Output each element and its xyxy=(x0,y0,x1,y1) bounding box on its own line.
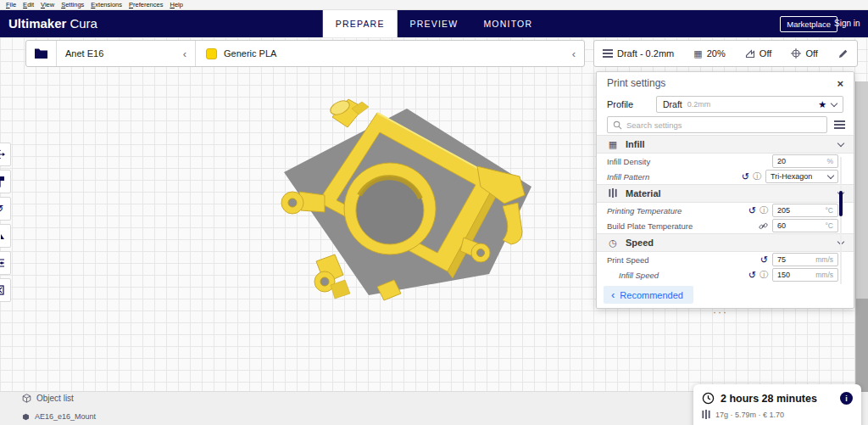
printing-temperature-field[interactable]: 205 °C xyxy=(772,204,838,217)
print-setup-selector[interactable]: Draft - 0.2mm ▦ 20% Off Off xyxy=(593,40,858,67)
sign-in-button[interactable]: Sign in xyxy=(834,19,868,28)
material-selector[interactable]: Generic PLA ‹ xyxy=(196,41,584,66)
job-material-row: 17g · 5.79m · € 1.70 xyxy=(702,410,853,419)
material-icon xyxy=(607,188,619,199)
printer-selector[interactable]: Anet E16 ‹ xyxy=(57,41,196,66)
adhesion-icon xyxy=(791,48,801,59)
revert-icon[interactable]: ↺ xyxy=(760,255,768,265)
build-plate-right-edge xyxy=(855,81,868,392)
menu-preferences[interactable]: Preferences xyxy=(125,1,166,8)
menu-extensions[interactable]: Extensions xyxy=(87,1,125,8)
info-icon[interactable]: ⓘ xyxy=(760,271,768,279)
model-3d[interactable] xyxy=(250,92,538,312)
build-plate-temperature-field[interactable]: 60 °C xyxy=(772,219,838,232)
setting-row-infill-density: Infill Density 20 % xyxy=(597,154,854,169)
setting-value: Tri-Hexagon xyxy=(771,172,825,181)
recommended-button[interactable]: ‹ Recommended xyxy=(604,286,693,304)
adhesion-summary-text: Off xyxy=(805,48,817,59)
material-color-icon xyxy=(206,48,217,59)
open-file-button[interactable] xyxy=(26,41,57,66)
support-summary: Off xyxy=(745,48,771,59)
chevron-left-icon: ‹ xyxy=(611,289,615,300)
revert-icon[interactable]: ↺ xyxy=(748,206,756,215)
settings-visibility-menu-icon[interactable] xyxy=(834,120,845,129)
panel-resize-handle[interactable]: ··· xyxy=(713,306,728,318)
scrollbar-thumb[interactable] xyxy=(839,191,843,216)
mirror-tool-button[interactable] xyxy=(0,224,11,248)
chevron-down-icon xyxy=(831,99,837,106)
close-icon[interactable]: × xyxy=(837,78,843,89)
profile-label: Profile xyxy=(607,99,649,109)
section-speed[interactable]: ◷ Speed xyxy=(597,233,854,252)
section-infill[interactable]: ▦ Infill xyxy=(597,135,854,154)
revert-icon[interactable]: ↺ xyxy=(748,271,756,280)
infill-speed-field[interactable]: 150 mm/s xyxy=(772,268,838,282)
per-model-settings-button[interactable] xyxy=(0,251,11,275)
menu-help[interactable]: Help xyxy=(166,1,186,8)
speed-icon: ◷ xyxy=(607,238,619,248)
info-icon[interactable]: i xyxy=(840,392,853,405)
setting-row-print-speed: Print Speed ↺ 75 mm/s xyxy=(597,252,854,267)
object-list-toggle[interactable]: Object list xyxy=(22,390,96,405)
section-title: Speed xyxy=(626,238,832,248)
adhesion-summary: Off xyxy=(791,48,817,59)
object-list-item[interactable]: AE16_e16_Mount xyxy=(22,409,96,424)
rotate-icon: ↺ xyxy=(0,203,3,215)
recommended-label: Recommended xyxy=(620,290,683,300)
profile-summary: Draft - 0.2mm xyxy=(603,48,674,59)
menu-file[interactable]: File xyxy=(3,1,19,8)
link-icon[interactable] xyxy=(759,221,768,231)
panel-header: Print settings × xyxy=(597,72,854,94)
print-speed-field[interactable]: 75 mm/s xyxy=(772,253,838,266)
profile-dropdown[interactable]: Draft 0.2mm ★ xyxy=(656,96,843,113)
collapse-chevron-icon: ‹ xyxy=(183,48,186,59)
setting-label: Build Plate Temperature xyxy=(607,221,759,231)
object-list: Object list AE16_e16_Mount xyxy=(22,390,96,424)
tab-preview[interactable]: PREVIEW xyxy=(398,10,471,37)
chevron-down-icon xyxy=(837,139,844,146)
print-settings-panel: Print settings × Profile Draft 0.2mm ★ ▦… xyxy=(596,71,854,309)
tab-monitor[interactable]: MONITOR xyxy=(470,10,545,37)
rotate-tool-button[interactable]: ↺ xyxy=(0,197,11,221)
search-row xyxy=(597,115,854,135)
support-summary-text: Off xyxy=(760,48,771,59)
menu-view[interactable]: View xyxy=(37,1,58,8)
move-tool-button[interactable] xyxy=(0,143,11,166)
panel-title: Print settings xyxy=(607,77,837,89)
support-blocker-button[interactable] xyxy=(0,278,11,302)
support-blocker-icon xyxy=(0,284,5,296)
infill-pattern-select[interactable]: Tri-Hexagon xyxy=(765,170,838,183)
material-usage-estimate: 17g · 5.79m · € 1.70 xyxy=(715,411,784,419)
setting-label: Infill Density xyxy=(607,157,772,166)
search-input[interactable] xyxy=(626,120,821,130)
section-material[interactable]: Material xyxy=(597,184,854,203)
recommended-row: ‹ Recommended xyxy=(597,282,854,304)
print-job-card: 2 hours 28 minutes i 17g · 5.79m · € 1.7… xyxy=(693,384,861,425)
infill-density-field[interactable]: 20 % xyxy=(772,154,838,168)
scale-icon xyxy=(0,176,5,187)
setting-row-infill-speed: Infill Speed ↺ ⓘ 150 mm/s xyxy=(597,267,854,282)
revert-icon[interactable]: ↺ xyxy=(742,172,749,182)
scrollbar-track xyxy=(840,157,842,284)
per-model-settings-icon xyxy=(0,257,5,269)
info-icon[interactable]: ⓘ xyxy=(753,172,761,181)
mirror-icon xyxy=(0,230,5,242)
info-icon[interactable]: ⓘ xyxy=(760,206,768,215)
setting-value: 205 xyxy=(777,206,821,215)
profile-value: Draft xyxy=(663,99,682,109)
setting-label: Infill Speed xyxy=(607,271,748,280)
menu-edit[interactable]: Edit xyxy=(19,1,37,8)
scale-tool-button[interactable] xyxy=(0,170,11,193)
tab-prepare[interactable]: PREPARE xyxy=(323,10,398,37)
setting-unit: °C xyxy=(825,221,833,230)
move-icon xyxy=(0,148,5,160)
favorite-star-icon[interactable]: ★ xyxy=(818,100,826,109)
support-icon xyxy=(745,48,755,59)
edit-pencil-icon[interactable] xyxy=(837,48,849,59)
setting-unit: mm/s xyxy=(815,271,833,279)
marketplace-button[interactable]: Marketplace xyxy=(780,16,837,32)
app-window: File Edit View Settings Extensions Prefe… xyxy=(0,0,868,425)
menu-settings[interactable]: Settings xyxy=(58,1,87,8)
material-name: Generic PLA xyxy=(224,48,276,59)
configuration-bar: Anet E16 ‹ Generic PLA ‹ xyxy=(25,40,585,67)
